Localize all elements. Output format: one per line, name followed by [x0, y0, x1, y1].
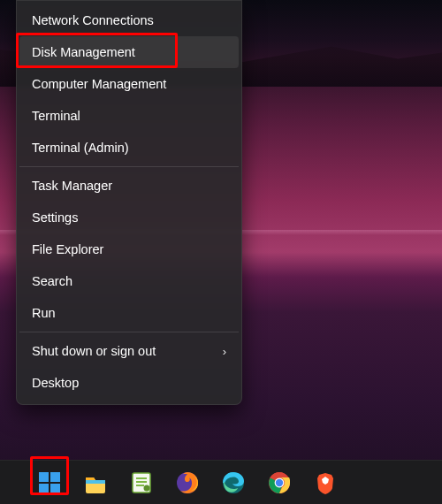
menu-shutdown-signout[interactable]: Shut down or sign out› [19, 335, 239, 367]
menu-network-connections[interactable]: Network Connections [19, 4, 239, 36]
notepadpp-button[interactable] [124, 465, 159, 500]
chevron-right-icon: › [223, 346, 226, 357]
chrome-icon [267, 470, 292, 495]
menu-item-label: Terminal (Admin) [32, 141, 129, 155]
start-button[interactable] [32, 465, 67, 500]
menu-search[interactable]: Search [19, 265, 239, 297]
file-explorer-icon [83, 470, 108, 495]
menu-item-label: Terminal [32, 109, 80, 123]
menu-item-label: Search [32, 274, 72, 288]
menu-item-label: Settings [32, 210, 78, 225]
brave-icon [313, 470, 338, 495]
menu-computer-management[interactable]: Computer Management [19, 68, 239, 100]
menu-item-label: Computer Management [32, 77, 166, 91]
menu-item-label: Disk Management [32, 45, 135, 59]
menu-separator [19, 166, 239, 167]
brave-button[interactable] [308, 465, 343, 500]
menu-task-manager[interactable]: Task Manager [19, 170, 239, 202]
menu-item-label: File Explorer [32, 242, 103, 256]
edge-button[interactable] [216, 465, 251, 500]
taskbar [0, 460, 442, 504]
menu-item-label: Shut down or sign out [32, 344, 156, 358]
menu-run[interactable]: Run [19, 297, 239, 329]
file-explorer-button[interactable] [78, 465, 113, 500]
firefox-icon [175, 470, 200, 495]
menu-desktop[interactable]: Desktop [19, 367, 239, 399]
menu-file-explorer[interactable]: File Explorer [19, 233, 239, 265]
firefox-button[interactable] [170, 465, 205, 500]
notepadpp-icon [129, 470, 154, 495]
windows-icon [37, 470, 62, 495]
menu-separator [19, 332, 239, 332]
menu-item-label: Task Manager [32, 179, 112, 193]
chrome-button[interactable] [262, 465, 297, 500]
menu-item-label: Desktop [32, 376, 79, 390]
menu-terminal[interactable]: Terminal [19, 100, 239, 132]
menu-item-label: Run [32, 306, 56, 320]
menu-disk-management[interactable]: Disk Management [19, 36, 239, 68]
menu-settings[interactable]: Settings [19, 202, 239, 233]
menu-terminal-admin[interactable]: Terminal (Admin) [19, 132, 239, 164]
menu-item-label: Network Connections [32, 13, 154, 27]
winx-context-menu: Network ConnectionsDisk ManagementComput… [16, 0, 242, 405]
edge-icon [221, 470, 246, 495]
